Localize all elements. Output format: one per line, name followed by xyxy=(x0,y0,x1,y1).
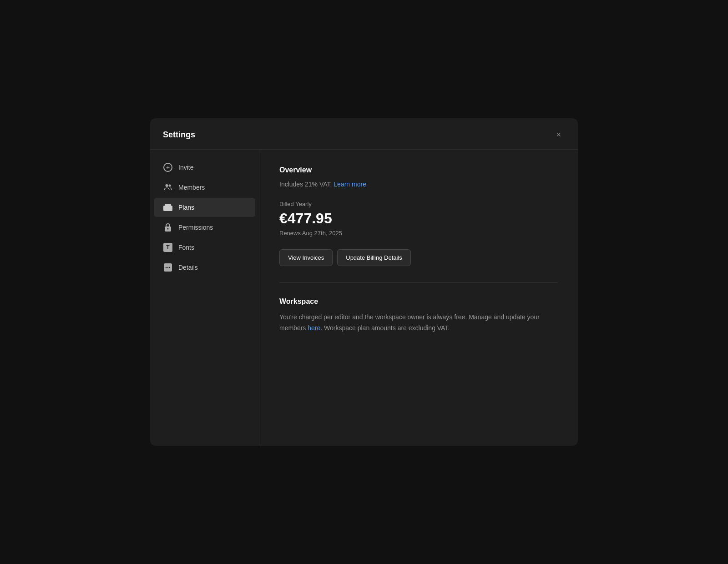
fonts-icon: T xyxy=(163,242,173,252)
billing-amount: €477.95 xyxy=(279,210,558,227)
sidebar-label-permissions: Permissions xyxy=(178,224,213,231)
renews-text: Renews Aug 27th, 2025 xyxy=(279,230,558,237)
learn-more-link[interactable]: Learn more xyxy=(334,181,366,188)
svg-point-0 xyxy=(166,184,168,187)
svg-point-8 xyxy=(167,267,168,268)
sidebar-label-plans: Plans xyxy=(178,204,194,211)
sidebar: + Invite Members xyxy=(150,150,259,446)
sidebar-item-fonts[interactable]: T Fonts xyxy=(154,238,255,257)
modal-header: Settings × xyxy=(150,118,578,150)
svg-point-9 xyxy=(169,267,170,268)
svg-point-5 xyxy=(167,228,169,230)
update-billing-button[interactable]: Update Billing Details xyxy=(337,249,411,266)
vat-text: Includes 21% VAT. Learn more xyxy=(279,181,558,188)
modal-overlay: Settings × + Invite xyxy=(0,0,728,564)
workspace-description: You're charged per editor and the worksp… xyxy=(279,312,558,334)
invite-icon: + xyxy=(163,162,173,172)
sidebar-item-members[interactable]: Members xyxy=(154,178,255,197)
modal-body: + Invite Members xyxy=(150,150,578,446)
svg-point-1 xyxy=(169,185,171,187)
sidebar-item-permissions[interactable]: Permissions xyxy=(154,218,255,237)
sidebar-label-invite: Invite xyxy=(178,164,193,171)
sidebar-item-invite[interactable]: + Invite xyxy=(154,158,255,177)
settings-modal: Settings × + Invite xyxy=(150,118,578,446)
billing-actions: View Invoices Update Billing Details xyxy=(279,249,558,266)
plans-icon xyxy=(163,202,173,212)
section-divider xyxy=(279,282,558,283)
workspace-title: Workspace xyxy=(279,297,558,306)
billing-cycle-label: Billed Yearly xyxy=(279,201,558,207)
sidebar-item-details[interactable]: Details xyxy=(154,258,255,277)
workspace-section: Workspace You're charged per editor and … xyxy=(279,297,558,334)
main-content: Overview Includes 21% VAT. Learn more Bi… xyxy=(259,150,578,446)
sidebar-label-details: Details xyxy=(178,264,198,271)
modal-title: Settings xyxy=(163,130,195,140)
sidebar-label-fonts: Fonts xyxy=(178,244,194,251)
overview-section: Overview Includes 21% VAT. Learn more Bi… xyxy=(279,166,558,266)
workspace-here-link[interactable]: here xyxy=(308,324,320,332)
close-button[interactable]: × xyxy=(552,128,565,141)
sidebar-item-plans[interactable]: Plans xyxy=(154,198,255,217)
overview-title: Overview xyxy=(279,166,558,174)
sidebar-label-members: Members xyxy=(178,184,205,191)
svg-rect-3 xyxy=(165,204,171,206)
permissions-icon xyxy=(163,222,173,232)
members-icon xyxy=(163,182,173,192)
details-icon xyxy=(163,262,173,272)
svg-point-7 xyxy=(166,267,167,268)
view-invoices-button[interactable]: View Invoices xyxy=(279,249,333,266)
